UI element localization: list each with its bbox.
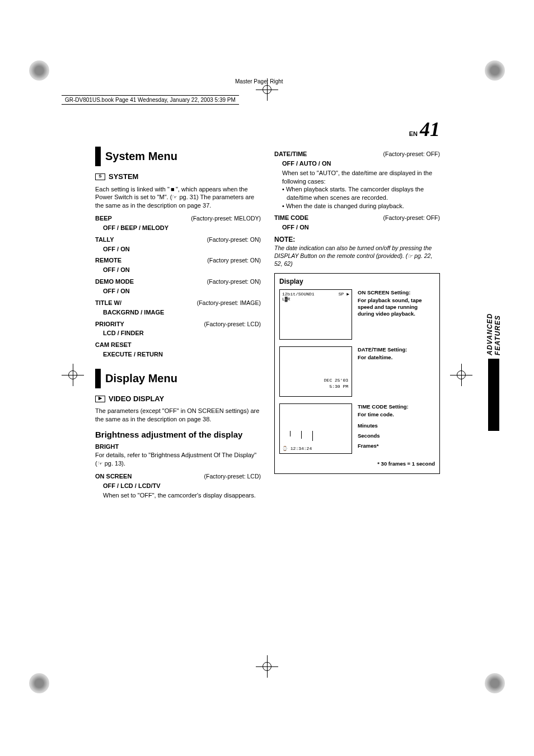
right-column: DATE/TIME (Factory-preset: OFF) OFF / AU… — [274, 147, 440, 499]
item-val: (Factory-preset: ON) — [207, 236, 261, 244]
item-sub: OFF / ON — [103, 266, 261, 274]
item-remote: REMOTE (Factory preset: ON) — [95, 256, 261, 265]
bright-body: For details, refer to "Brightness Adjust… — [95, 451, 261, 468]
item-tally: TALLY (Factory-preset: ON) — [95, 236, 261, 244]
panel-timecode: ⌚ 12:34:24 — [279, 403, 352, 454]
panel-row-3: ⌚ 12:34:24 TIME CODE Setting: For time c… — [279, 403, 435, 454]
video-intro: The parameters (except "OFF" in ON SCREE… — [95, 407, 261, 424]
item-camreset: CAM RESET — [95, 341, 261, 349]
item-val: (Factory-preset: MELODY) — [191, 214, 261, 223]
video-display-subhead: ▶ VIDEO DISPLAY — [95, 394, 261, 404]
desc-head: DATE/TIME Setting: — [358, 346, 435, 353]
item-val: (Factory-preset: ON) — [207, 278, 261, 286]
desc-body: For date/time. — [358, 354, 435, 361]
item-sub: LCD / FINDER — [103, 329, 261, 337]
panel-tc-value: ⌚ 12:34:24 — [282, 446, 312, 452]
item-val: (Factory-preset: LCD) — [204, 320, 261, 328]
panel-lr-label: L▓R — [282, 297, 290, 303]
panel-datetime: DEC 25'03 5:30 PM — [279, 346, 352, 397]
item-val: (Factory preset: ON) — [207, 256, 261, 265]
regmark-right — [450, 364, 472, 386]
desc-head: TIME CODE Setting: — [358, 403, 435, 410]
frames-footnote: * 30 frames = 1 second — [279, 461, 435, 468]
panel-timecode-desc: TIME CODE Setting: For time code. Minute… — [358, 403, 435, 454]
item-timecode: TIME CODE (Factory-preset: OFF) — [274, 214, 440, 222]
datetime-body: When set to "AUTO", the date/time are di… — [282, 169, 440, 186]
item-key: TALLY — [95, 236, 114, 244]
panel-date: DEC 25'03 5:30 PM — [324, 378, 348, 390]
side-tab-text: ADVANCED FEATURES — [486, 308, 502, 355]
item-key: ON SCREEN — [95, 472, 132, 481]
system-subhead: S SYSTEM — [95, 172, 261, 182]
system-subhead-text: SYSTEM — [109, 172, 138, 182]
item-key: REMOTE — [95, 256, 121, 265]
item-titlew: TITLE W/ (Factory-preset: IMAGE) — [95, 299, 261, 307]
panel-onscreen: 12bit/SOUND1 SP ▶ L▓R — [279, 289, 352, 340]
bright-key: BRIGHT — [95, 443, 261, 451]
item-val: (Factory-preset: OFF) — [383, 214, 440, 222]
tc-labels: Minutes Seconds Frames* — [358, 422, 435, 449]
item-onscreen: ON SCREEN (Factory-preset: LCD) — [95, 472, 261, 481]
tc-label-minutes: Minutes — [358, 422, 435, 429]
desc-body: For playback sound, tape speed and tape … — [358, 297, 435, 317]
datetime-bullet-1: • When playback starts. The camcorder di… — [287, 185, 440, 202]
desc-body: For time code. — [358, 411, 435, 418]
item-key: PRIORITY — [95, 320, 124, 328]
regmark-left — [62, 364, 84, 386]
system-intro: Each setting is linked with " ■ ", which… — [95, 185, 261, 210]
system-icon: S — [95, 173, 105, 180]
corner-dot-bl — [29, 673, 49, 693]
book-line: GR-DV801US.book Page 41 Wednesday, Janua… — [62, 95, 239, 105]
item-sub: BACKGRND / IMAGE — [103, 308, 261, 317]
system-menu-heading: System Menu — [95, 147, 261, 166]
item-key: CAM RESET — [95, 341, 132, 349]
note-heading: NOTE: — [274, 235, 440, 244]
video-display-icon: ▶ — [95, 396, 105, 402]
note-body: The date indication can also be turned o… — [274, 244, 440, 268]
side-tab-bar — [488, 359, 499, 431]
tc-ticks — [290, 431, 324, 443]
display-box-title: Display — [279, 277, 435, 286]
item-val: (Factory-preset: LCD) — [204, 472, 261, 481]
item-sub: OFF / ON — [103, 287, 261, 295]
panel-datetime-desc: DATE/TIME Setting: For date/time. — [358, 346, 435, 397]
item-datetime: DATE/TIME (Factory-preset: OFF) — [274, 150, 440, 158]
item-val: (Factory-preset: OFF) — [383, 150, 440, 158]
panel-sp-label: SP ▶ — [339, 292, 349, 298]
item-sub: OFF / ON — [282, 223, 440, 232]
item-sub: OFF / AUTO / ON — [282, 159, 440, 168]
page-number: 41 — [420, 118, 440, 141]
panel-row-1: 12bit/SOUND1 SP ▶ L▓R ON SCREEN Setting:… — [279, 289, 435, 340]
item-sub: OFF / LCD / LCD/TV — [103, 482, 261, 490]
master-page-label: Master Page: Right — [235, 78, 283, 84]
brightness-heading: Brightness adjustment of the display — [95, 429, 261, 440]
item-sub: OFF / BEEP / MELODY — [103, 224, 261, 232]
item-sub: OFF / ON — [103, 245, 261, 253]
item-key: DATE/TIME — [274, 150, 307, 158]
panel-row-2: DEC 25'03 5:30 PM DATE/TIME Setting: For… — [279, 346, 435, 397]
panel-onscreen-desc: ON SCREEN Setting: For playback sound, t… — [358, 289, 435, 340]
item-beep: BEEP (Factory-preset: MELODY) — [95, 214, 261, 223]
item-val: (Factory-preset: IMAGE) — [197, 299, 261, 307]
onscreen-note: When set to "OFF", the camcorder's displ… — [103, 491, 261, 500]
desc-head: ON SCREEN Setting: — [358, 289, 435, 296]
en-label: EN — [409, 130, 418, 137]
video-display-text: VIDEO DISPLAY — [109, 394, 164, 404]
item-key: TITLE W/ — [95, 299, 121, 307]
item-key: BEEP — [95, 214, 112, 223]
page-number-row: EN 41 — [95, 118, 440, 141]
datetime-bullet-2: • When the date is changed during playba… — [287, 202, 440, 210]
tc-label-seconds: Seconds — [358, 433, 435, 439]
regmark-bottom — [256, 655, 278, 678]
item-key: DEMO MODE — [95, 278, 134, 286]
corner-dot-tr — [485, 60, 505, 81]
left-column: System Menu S SYSTEM Each setting is lin… — [95, 147, 261, 499]
side-tab: ADVANCED FEATURES — [487, 308, 500, 431]
tc-label-frames: Frames* — [358, 443, 435, 449]
item-priority: PRIORITY (Factory-preset: LCD) — [95, 320, 261, 328]
display-menu-heading: Display Menu — [95, 369, 261, 388]
item-demo: DEMO MODE (Factory-preset: ON) — [95, 278, 261, 286]
item-sub: EXECUTE / RETURN — [103, 350, 261, 359]
corner-dot-tl — [29, 60, 49, 81]
item-key: TIME CODE — [274, 214, 308, 222]
